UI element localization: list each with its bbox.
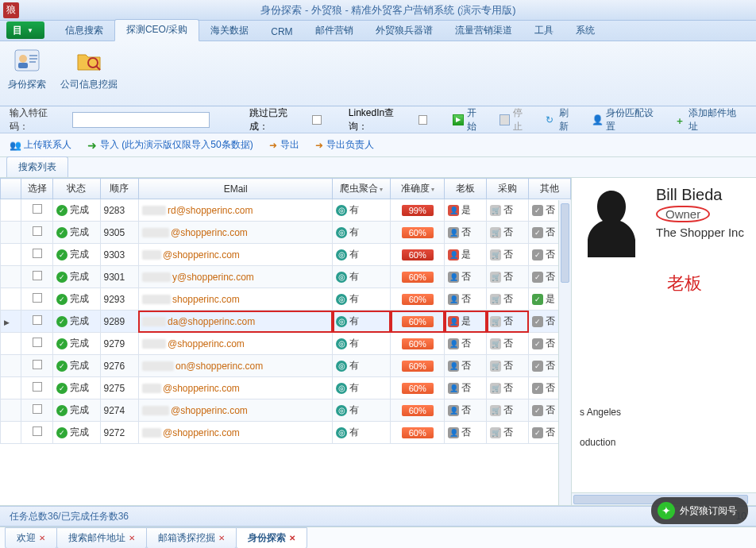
wechat-overlay: ✦ 外贸狼订阅号: [651, 497, 748, 524]
row-checkbox[interactable]: [33, 293, 42, 303]
person-icon: 👤: [448, 338, 459, 349]
col-order[interactable]: 顺序: [100, 179, 138, 199]
row-checkbox-cell[interactable]: [21, 244, 53, 266]
row-checkbox[interactable]: [33, 404, 42, 414]
import-link[interactable]: ➜导入 (此为演示版仅限导入50条数据): [87, 138, 253, 152]
crawl-icon: ◎: [336, 338, 347, 349]
row-checkbox-cell[interactable]: [21, 377, 53, 399]
close-icon[interactable]: ✕: [129, 534, 135, 542]
cell-order: 9274: [100, 399, 138, 422]
table-row[interactable]: ✓完成9303@shopperinc.com◎有60%👤是🛒否✓否: [1, 244, 571, 266]
vertical-scrollbar[interactable]: [558, 200, 571, 505]
tab-email-marketing[interactable]: 邮件营销: [304, 21, 364, 41]
tab-arsenal[interactable]: 外贸狼兵器谱: [364, 21, 444, 41]
table-row[interactable]: ▶✓完成9289da@shopperinc.com◎有60%👤是🛒否✓否: [1, 311, 571, 333]
btab-identity-explore[interactable]: 身份探索✕: [236, 527, 307, 548]
export-link[interactable]: ➜导出: [269, 138, 299, 152]
row-checkbox-cell[interactable]: [21, 288, 53, 311]
row-checkbox[interactable]: [33, 271, 42, 280]
upload-contacts-link[interactable]: 👥上传联系人: [10, 138, 71, 152]
file-menu-button[interactable]: 目 ▼: [6, 21, 44, 39]
close-icon[interactable]: ✕: [218, 534, 225, 542]
row-checkbox-cell[interactable]: [21, 333, 53, 355]
col-other[interactable]: 其他: [529, 179, 571, 199]
tab-system[interactable]: 系统: [565, 21, 606, 41]
row-checkbox-cell[interactable]: [21, 199, 53, 222]
tab-traffic[interactable]: 流量营销渠道: [444, 21, 523, 41]
row-checkbox[interactable]: [33, 382, 42, 392]
play-icon: ▶: [453, 114, 463, 125]
close-icon[interactable]: ✕: [289, 534, 295, 542]
app-logo-icon: 狼: [3, 2, 19, 18]
table-row[interactable]: ✓完成9272@shopperinc.com◎有60%👤否🛒否✓否: [1, 422, 571, 444]
stop-button[interactable]: 停止: [496, 105, 534, 135]
tab-info-search[interactable]: 信息搜索: [54, 21, 114, 41]
ribbon-tab-row: 目 ▼ 信息搜索 探测CEO/采购 海关数据 CRM 邮件营销 外贸狼兵器谱 流…: [0, 21, 756, 41]
row-checkbox-cell[interactable]: [21, 222, 53, 244]
add-email-button[interactable]: ＋添加邮件地址: [672, 105, 746, 135]
scrollbar-thumb[interactable]: [561, 203, 569, 283]
table-row[interactable]: ✓完成9283rd@shopperinc.com◎有99%👤是🛒否✓否: [1, 199, 571, 222]
col-email[interactable]: EMail: [138, 179, 332, 199]
row-checkbox[interactable]: [33, 315, 42, 325]
ribbon-company-mining[interactable]: 公司信息挖掘: [60, 46, 118, 91]
cell-status: ✓完成: [53, 355, 100, 377]
row-checkbox[interactable]: [33, 338, 42, 347]
row-checkbox-cell[interactable]: [21, 311, 53, 333]
cart-icon: 🛒: [490, 205, 501, 216]
col-select[interactable]: 选择: [21, 179, 53, 199]
col-buyer[interactable]: 采购: [487, 179, 529, 199]
table-row[interactable]: ✓完成9274@shopperinc.com◎有60%👤否🛒否✓否: [1, 399, 571, 422]
row-checkbox[interactable]: [33, 249, 42, 258]
skip-done-checkbox[interactable]: [312, 115, 322, 125]
ribbon-identity-explore[interactable]: 身份探索: [8, 46, 46, 91]
table-row[interactable]: ✓完成9276on@shopperinc.com◎有60%👤否🛒否✓否: [1, 355, 571, 377]
svg-rect-5: [29, 61, 36, 63]
tab-crm[interactable]: CRM: [260, 23, 303, 41]
row-checkbox-cell[interactable]: [21, 266, 53, 288]
ribbon-company-label: 公司信息挖掘: [60, 78, 118, 91]
cell-crawl: ◎有: [333, 355, 391, 377]
row-checkbox[interactable]: [33, 226, 42, 236]
crawl-icon: ◎: [336, 361, 347, 372]
avatar-silhouette-icon: [580, 186, 643, 257]
row-checkbox[interactable]: [33, 426, 42, 436]
refresh-button[interactable]: ↻刷新: [542, 105, 580, 135]
col-rowmark[interactable]: [1, 179, 21, 199]
cart-icon: 🛒: [490, 338, 501, 349]
table-row[interactable]: ✓完成9275@shopperinc.com◎有60%👤否🛒否✓否: [1, 377, 571, 399]
cell-boss: 👤否: [445, 399, 487, 422]
subtab-search-list[interactable]: 搜索列表: [6, 156, 68, 177]
btab-search-email[interactable]: 搜索邮件地址✕: [56, 527, 147, 548]
col-crawl[interactable]: 爬虫聚合▾: [333, 179, 391, 199]
table-row[interactable]: ✓完成9293shopperinc.com◎有60%👤否🛒否✓是: [1, 288, 571, 311]
crawl-icon: ◎: [336, 294, 347, 305]
match-settings-button[interactable]: 👤身份匹配设置: [588, 105, 663, 135]
row-checkbox-cell[interactable]: [21, 399, 53, 422]
row-checkbox[interactable]: [33, 204, 42, 214]
table-row[interactable]: ✓完成9279@shopperinc.com◎有60%👤否🛒否✓否: [1, 333, 571, 355]
close-icon[interactable]: ✕: [39, 534, 45, 542]
cell-status: ✓完成: [53, 377, 100, 399]
tab-customs[interactable]: 海关数据: [199, 21, 260, 41]
code-input[interactable]: [72, 112, 210, 128]
cart-icon: 🛒: [490, 227, 501, 238]
btab-mailbox-mining[interactable]: 邮箱诱探挖掘✕: [146, 527, 237, 548]
tab-tools[interactable]: 工具: [523, 21, 565, 41]
export-icon: ➜: [269, 140, 277, 151]
row-checkbox-cell[interactable]: [21, 422, 53, 444]
linkedin-checkbox[interactable]: [418, 115, 428, 125]
tab-detect-ceo[interactable]: 探测CEO/采购: [114, 19, 199, 41]
col-boss[interactable]: 老板: [445, 179, 487, 199]
btab-welcome[interactable]: 欢迎✕: [5, 527, 57, 548]
start-button[interactable]: ▶开始: [449, 105, 488, 135]
table-row[interactable]: ✓完成9305@shopperinc.com◎有60%👤否🛒否✓否: [1, 222, 571, 244]
check-icon: ✓: [532, 383, 543, 394]
cell-order: 9305: [100, 222, 138, 244]
table-row[interactable]: ✓完成9301y@shopperinc.com◎有60%👤否🛒否✓否: [1, 266, 571, 288]
row-checkbox[interactable]: [33, 360, 42, 369]
col-accuracy[interactable]: 准确度▾: [391, 179, 445, 199]
col-status[interactable]: 状态: [53, 179, 100, 199]
export-owner-link[interactable]: ➜导出负责人: [315, 138, 374, 152]
row-checkbox-cell[interactable]: [21, 355, 53, 377]
